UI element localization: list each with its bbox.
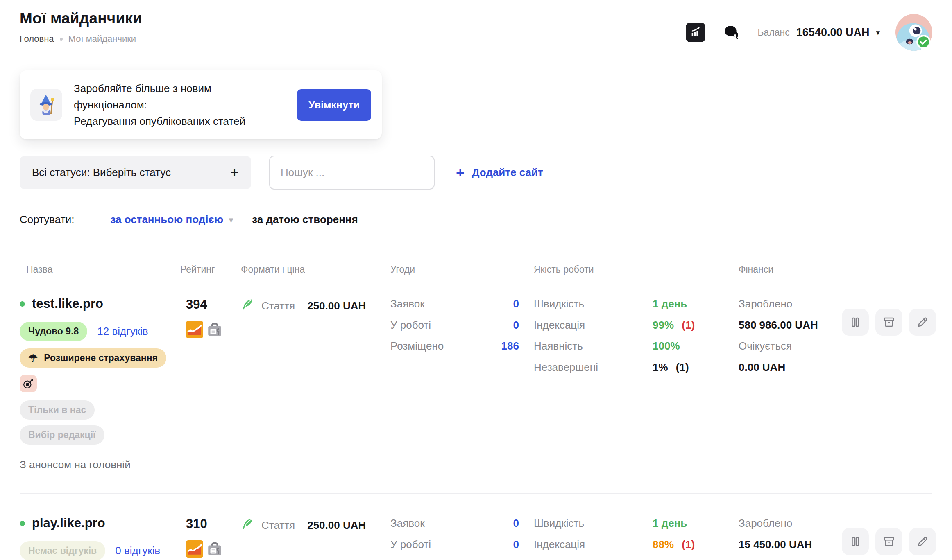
deals-placed-value[interactable]: 186 [501, 340, 519, 352]
avatar[interactable] [895, 14, 932, 51]
promo-line-2: Редагування опублікованих статей [74, 113, 286, 129]
column-header-formats: Формати і ціна [241, 264, 390, 275]
promo-line-1: Заробляйте більше з новим функціоналом: [74, 80, 286, 113]
format-type: Стаття [261, 300, 295, 312]
rating-value: 394 [186, 297, 241, 312]
no-reviews-badge: Немає відгуків [20, 541, 105, 560]
status-filter-select[interactable]: Всі статуси: Виберіть статус + [20, 156, 251, 189]
article-feather-icon [241, 517, 254, 533]
quality-indexing-value: 99% [653, 319, 674, 331]
breadcrumb-current: Мої майданчики [68, 34, 136, 44]
deals-in-progress-value[interactable]: 0 [513, 539, 519, 551]
quality-speed-value: 1 день [653, 298, 739, 310]
balance-value: 16540.00 UAH [796, 26, 870, 39]
deals-cell: Заявок 0 У роботі 0 Розміщено 8 [390, 514, 534, 560]
webmaster-toolbox-icon[interactable] [206, 540, 223, 559]
quality-speed-label: Швидкість [534, 517, 653, 529]
page: Мої майданчики Головна Мої майданчики [0, 0, 952, 560]
umbrella-icon: ☂ [28, 353, 38, 364]
webmaster-toolbox-icon[interactable] [206, 321, 223, 340]
balance-dropdown[interactable]: Баланс 16540.00 UAH ▾ [758, 26, 880, 39]
announce-note: З анонсом на головній [20, 458, 180, 471]
sort-by-last-event[interactable]: за останньою подією ▾ [110, 213, 233, 226]
quality-indexing-note: (1) [682, 319, 695, 331]
insurance-badge: ☂ Розширене страхування [20, 348, 166, 368]
pause-button[interactable] [842, 528, 869, 555]
quality-cell: Швидкість 1 день Індексація 88% (1) Наяв… [534, 514, 739, 560]
topbar-left: Мої майданчики Головна Мої майданчики [20, 10, 142, 44]
format-type: Стаття [261, 519, 295, 532]
rating-value: 310 [186, 517, 241, 531]
archive-button[interactable] [875, 528, 902, 555]
quality-indexing-note: (1) [682, 538, 695, 551]
filter-row: Всі статуси: Виберіть статус + + Додайте… [20, 156, 932, 190]
site-name-cell: play.like.pro Немає відгуків 0 відгуків … [20, 514, 180, 560]
analytics-chart-button[interactable] [686, 23, 705, 42]
sites-table: Назва Рейтинг Формати і ціна Угоди Якіст… [20, 251, 932, 560]
quality-indexing-value: 88% [653, 538, 674, 551]
quality-speed-label: Швидкість [534, 298, 653, 310]
format-cell: Стаття 250.00 UAH [241, 514, 390, 533]
deals-requests-value[interactable]: 0 [513, 298, 519, 310]
rating-cell: 394 [180, 295, 241, 340]
finance-cell: Зароблено 15 450.00 UAH Очікується 0.00 … [739, 514, 842, 560]
expected-value: 0.00 UAH [739, 361, 842, 373]
deals-in-progress-value[interactable]: 0 [513, 319, 519, 331]
quality-unfinished-value: 1% [653, 361, 668, 373]
format-price: 250.00 UAH [307, 300, 366, 312]
quality-availability-label: Наявність [534, 340, 653, 352]
pause-button[interactable] [842, 309, 869, 336]
reviews-link[interactable]: 0 відгуків [115, 544, 160, 557]
site-link[interactable]: test.like.pro [20, 296, 180, 311]
chevron-down-icon: ▾ [876, 28, 880, 37]
earned-label: Зароблено [739, 298, 842, 310]
edit-button[interactable] [909, 528, 936, 555]
status-filter-label: Всі статуси: Виберіть статус [32, 166, 171, 179]
search-input[interactable] [269, 156, 435, 190]
plus-icon: + [230, 169, 239, 177]
edit-button[interactable] [909, 309, 936, 336]
editors-choice-badge: Вибір редакції [20, 425, 104, 445]
online-status-dot [20, 521, 25, 526]
deals-requests-label: Заявок [390, 298, 425, 310]
quality-speed-value: 1 день [653, 517, 739, 529]
article-feather-icon [241, 298, 254, 314]
promo-text: Заробляйте більше з новим функціоналом: … [74, 80, 286, 129]
enable-feature-button[interactable]: Увімкнути [297, 89, 371, 121]
breadcrumb-home-link[interactable]: Головна [20, 34, 54, 44]
promo-banner: Заробляйте більше з новим функціоналом: … [20, 70, 382, 139]
add-site-button[interactable]: + Додайте сайт [456, 166, 543, 179]
column-header-deals: Угоди [390, 264, 534, 275]
deals-requests-value[interactable]: 0 [513, 517, 519, 529]
topbar: Мої майданчики Головна Мої майданчики [20, 0, 932, 51]
earned-value: 580 986.00 UAH [739, 319, 842, 331]
sort-by-created-date[interactable]: за датою створення [252, 213, 358, 226]
column-header-name: Назва [20, 264, 180, 275]
review-score-badge: Чудово 9.8 [20, 322, 87, 341]
archive-button[interactable] [875, 309, 902, 336]
table-header: Назва Рейтинг Формати і ціна Угоди Якіст… [20, 251, 932, 295]
earned-label: Зароблено [739, 517, 842, 529]
balance-label: Баланс [758, 27, 790, 38]
rating-cell: 310 [180, 514, 241, 559]
add-site-label: Додайте сайт [472, 166, 543, 179]
traffic-analytics-icon[interactable] [186, 540, 203, 559]
deals-cell: Заявок 0 У роботі 0 Розміщено 186 [390, 295, 534, 361]
sort-by-last-event-label: за останньою подією [110, 213, 223, 226]
target-dart-badge [20, 375, 37, 392]
quality-cell: Швидкість 1 день Індексація 99% (1) Наяв… [534, 295, 739, 382]
quality-indexing-label: Індексація [534, 319, 653, 331]
column-header-finance: Фінанси [739, 264, 842, 275]
row-actions [842, 528, 936, 555]
expected-label: Очікується [739, 340, 842, 352]
quality-unfinished-note: (1) [676, 361, 689, 373]
online-status-dot [20, 301, 25, 307]
deals-in-progress-label: У роботі [390, 539, 431, 551]
column-header-quality: Якість роботи [534, 264, 739, 275]
traffic-analytics-icon[interactable] [186, 321, 203, 340]
quality-unfinished-label: Незавершені [534, 361, 653, 373]
wizard-icon [30, 89, 62, 121]
site-link[interactable]: play.like.pro [20, 516, 180, 531]
chat-button[interactable] [721, 23, 742, 42]
reviews-link[interactable]: 12 відгуків [97, 325, 148, 338]
